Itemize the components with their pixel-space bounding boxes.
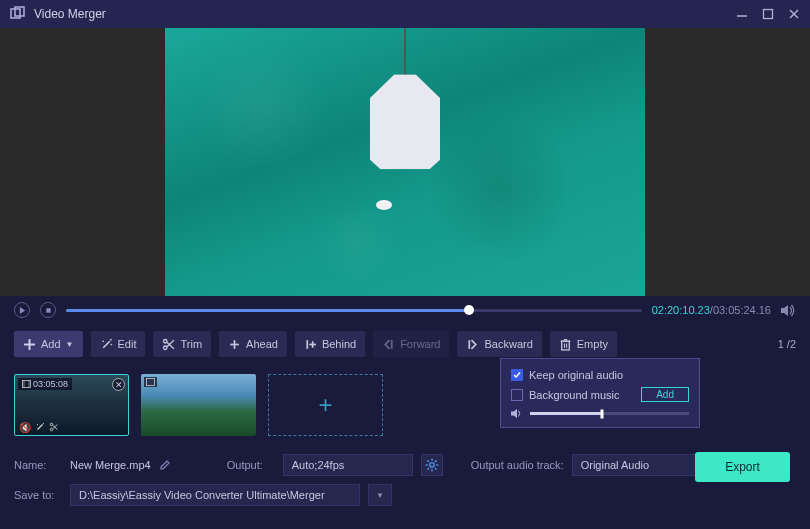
output-label: Output: xyxy=(227,459,275,471)
remove-clip-button[interactable]: ✕ xyxy=(112,378,125,391)
svg-point-16 xyxy=(164,346,167,349)
svg-point-36 xyxy=(43,423,44,424)
volume-icon[interactable] xyxy=(781,304,796,317)
svg-line-40 xyxy=(53,425,58,429)
film-icon xyxy=(22,380,31,388)
maximize-button[interactable] xyxy=(762,8,774,20)
app-logo-icon xyxy=(10,6,26,22)
mute-icon[interactable]: 🔇 xyxy=(19,422,31,433)
film-icon xyxy=(146,378,155,386)
svg-point-14 xyxy=(110,343,112,345)
save-path-dropdown[interactable]: ▼ xyxy=(368,484,392,506)
svg-point-38 xyxy=(50,428,53,431)
svg-line-48 xyxy=(427,460,429,462)
clip-thumbnail[interactable]: 03:05:08 ✕ 🔇 xyxy=(14,374,129,436)
export-bar: Name: New Merge.mp4 Output: Auto;24fps O… xyxy=(0,444,810,524)
background-music-checkbox[interactable] xyxy=(511,389,523,401)
svg-rect-7 xyxy=(46,308,50,312)
minimize-button[interactable] xyxy=(736,8,748,20)
svg-line-39 xyxy=(53,425,58,429)
svg-marker-6 xyxy=(19,307,24,314)
keep-original-audio-checkbox[interactable] xyxy=(511,369,523,381)
audio-track-label: Output audio track: xyxy=(471,459,564,471)
ahead-button[interactable]: Ahead xyxy=(219,331,287,357)
scissors-icon xyxy=(162,338,175,351)
svg-point-37 xyxy=(50,423,53,426)
clip-duration-badge: 03:05:08 xyxy=(18,378,72,390)
edit-label: Edit xyxy=(118,338,137,350)
keep-original-label: Keep original audio xyxy=(529,369,623,381)
app-title: Video Merger xyxy=(34,7,736,21)
add-button[interactable]: Add ▼ xyxy=(14,331,83,357)
total-time: 03:05:24.16 xyxy=(713,304,771,316)
svg-point-15 xyxy=(164,339,167,342)
output-settings-button[interactable] xyxy=(421,454,443,476)
name-label: Name: xyxy=(14,459,62,471)
video-preview[interactable] xyxy=(165,28,645,296)
svg-line-50 xyxy=(435,460,437,462)
playback-bar: 02:20:10.23/03:05:24.16 xyxy=(0,296,810,324)
name-value: New Merge.mp4 xyxy=(70,459,151,471)
behind-icon xyxy=(304,338,317,351)
add-clip-button[interactable]: + xyxy=(268,374,383,436)
chevron-down-icon: ▼ xyxy=(66,340,74,349)
add-label: Add xyxy=(41,338,61,350)
titlebar: Video Merger xyxy=(0,0,810,28)
edit-clip-icon[interactable] xyxy=(35,422,45,433)
behind-label: Behind xyxy=(322,338,356,350)
bg-music-label: Background music xyxy=(529,389,620,401)
clip-duration-badge xyxy=(144,377,157,387)
current-time: 02:20:10.23 xyxy=(652,304,710,316)
volume-icon xyxy=(511,408,524,419)
svg-point-35 xyxy=(37,424,38,425)
svg-line-51 xyxy=(427,468,429,470)
page-indicator: 1 /2 xyxy=(778,338,796,350)
backward-icon xyxy=(466,338,479,351)
empty-button[interactable]: Empty xyxy=(550,331,617,357)
ahead-label: Ahead xyxy=(246,338,278,350)
video-preview-area xyxy=(0,28,810,296)
svg-point-13 xyxy=(109,338,111,340)
svg-point-43 xyxy=(430,463,434,467)
trim-label: Trim xyxy=(180,338,202,350)
output-format-field[interactable]: Auto;24fps xyxy=(283,454,413,476)
seek-slider[interactable] xyxy=(66,309,642,312)
forward-button: Forward xyxy=(373,331,449,357)
empty-label: Empty xyxy=(577,338,608,350)
svg-point-12 xyxy=(102,340,104,342)
clip-thumbnail[interactable] xyxy=(141,374,256,436)
svg-rect-26 xyxy=(561,341,569,350)
close-button[interactable] xyxy=(788,8,800,20)
edit-button[interactable]: Edit xyxy=(91,331,146,357)
trim-button[interactable]: Trim xyxy=(153,331,211,357)
volume-slider[interactable] xyxy=(530,412,689,415)
svg-rect-3 xyxy=(764,10,773,19)
export-button[interactable]: Export xyxy=(695,452,790,482)
plus-icon: + xyxy=(318,391,332,419)
svg-line-34 xyxy=(38,425,43,430)
plus-icon xyxy=(23,338,36,351)
add-music-button[interactable]: Add xyxy=(641,387,689,402)
forward-icon xyxy=(382,338,395,351)
svg-rect-41 xyxy=(147,379,155,386)
backward-button[interactable]: Backward xyxy=(457,331,541,357)
ahead-icon xyxy=(228,338,241,351)
edit-name-button[interactable] xyxy=(159,459,171,471)
trim-clip-icon[interactable] xyxy=(49,422,59,433)
forward-label: Forward xyxy=(400,338,440,350)
save-path-field[interactable]: D:\Eassiy\Eassiy Video Converter Ultimat… xyxy=(70,484,360,506)
stop-button[interactable] xyxy=(40,302,56,318)
audio-panel: Keep original audio Background music Add xyxy=(500,358,700,428)
svg-line-11 xyxy=(103,341,110,348)
clip-strip: 03:05:08 ✕ 🔇 + Keep original audio Backg… xyxy=(0,364,810,444)
behind-button[interactable]: Behind xyxy=(295,331,365,357)
gear-icon xyxy=(425,458,439,472)
timecode: 02:20:10.23/03:05:24.16 xyxy=(652,304,771,316)
save-to-label: Save to: xyxy=(14,489,62,501)
svg-line-49 xyxy=(435,468,437,470)
backward-label: Backward xyxy=(484,338,532,350)
trash-icon xyxy=(559,338,572,351)
play-button[interactable] xyxy=(14,302,30,318)
svg-marker-8 xyxy=(781,305,788,316)
wand-icon xyxy=(100,338,113,351)
